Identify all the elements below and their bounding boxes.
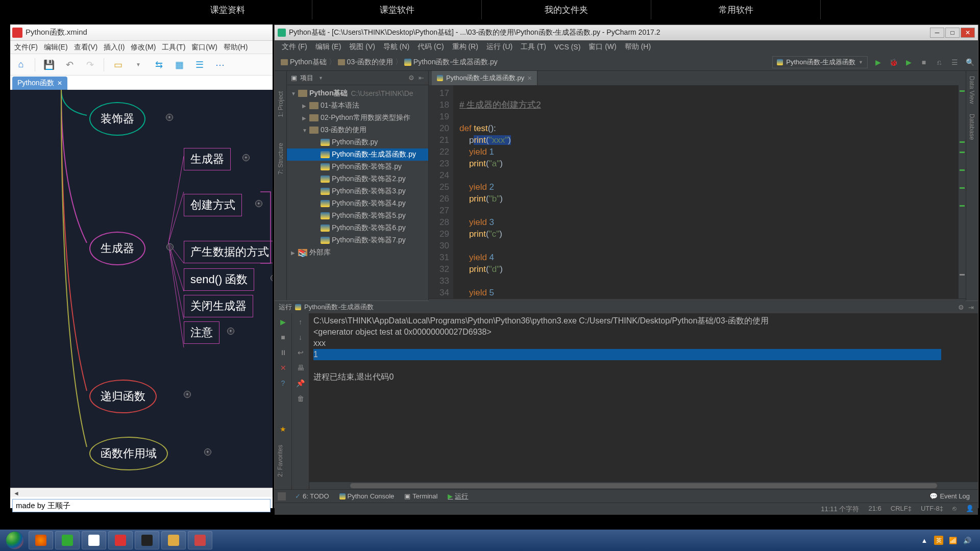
tree-file[interactable]: Python函数-装饰器7.py bbox=[287, 234, 428, 246]
undo-icon[interactable]: ↶ bbox=[63, 58, 76, 71]
status-lock-icon[interactable]: ⎋ bbox=[952, 505, 957, 514]
mind-node-produce[interactable]: 产生数据的方式 bbox=[184, 241, 273, 263]
minimap[interactable] bbox=[959, 85, 966, 298]
pc-menu-tools[interactable]: 工具 (T) bbox=[517, 42, 550, 52]
tree-file[interactable]: Python函数-装饰器.py bbox=[287, 161, 428, 173]
pause-icon[interactable]: ⏸ bbox=[278, 347, 289, 358]
stop-icon[interactable]: ■ bbox=[919, 57, 929, 67]
xmind-menu-view[interactable]: 查看(V) bbox=[71, 43, 101, 52]
task-notepad[interactable] bbox=[82, 531, 106, 549]
top-tab-common[interactable]: 常用软件 bbox=[651, 0, 821, 19]
status-col[interactable]: 21:6 bbox=[868, 505, 881, 514]
close-icon[interactable]: ✕ bbox=[527, 75, 532, 82]
start-button[interactable] bbox=[2, 530, 28, 550]
top-tab-software[interactable]: 课堂软件 bbox=[312, 0, 482, 19]
console-output[interactable]: C:\Users\THINK\AppData\Local\Programs\Py… bbox=[309, 313, 978, 482]
pc-menu-refactor[interactable]: 重构 (R) bbox=[448, 42, 482, 52]
expand-icon[interactable]: + bbox=[166, 114, 173, 121]
boundary-icon[interactable]: ▦ bbox=[173, 58, 186, 71]
pc-menu-help[interactable]: 帮助 (H) bbox=[621, 42, 655, 52]
task-other[interactable] bbox=[188, 531, 212, 549]
tree-root[interactable]: ▼ Python基础C:\Users\THINK\De bbox=[287, 87, 428, 99]
layout-icon[interactable]: ☰ bbox=[949, 57, 960, 67]
toolwindow-icon[interactable] bbox=[278, 492, 286, 500]
mind-node-recursion[interactable]: 递归函数 bbox=[89, 380, 157, 413]
mind-node-send[interactable]: send() 函数 bbox=[184, 268, 254, 291]
pc-menu-edit[interactable]: 编辑 (E) bbox=[311, 42, 346, 52]
close-icon[interactable]: ✕ bbox=[57, 80, 62, 87]
project-panel-header[interactable]: ▣ 项目 ▼ ⚙ ⇤ bbox=[287, 71, 428, 85]
xmind-footer-input[interactable] bbox=[12, 499, 271, 512]
run-panel-header[interactable]: 运行 Python函数-生成器函数 ⚙ ⇥ bbox=[275, 301, 978, 313]
favorites-tool-button[interactable]: 2: Favorites bbox=[275, 440, 286, 482]
debug-icon[interactable]: 🐞 bbox=[888, 57, 898, 67]
tree-file[interactable]: Python函数-装饰器5.py bbox=[287, 210, 428, 222]
top-tab-materials[interactable]: 课堂资料 bbox=[143, 0, 312, 19]
home-icon[interactable]: ⌂ bbox=[14, 58, 28, 71]
xmind-canvas[interactable]: 装饰器 + 生成器 + 创建方式 + 生成器 产生数据的方式 send() 函数… bbox=[10, 90, 273, 488]
collapse-icon[interactable]: ⇥ bbox=[968, 304, 974, 311]
dataview-tool-button[interactable]: Data View bbox=[966, 71, 977, 109]
up-icon[interactable]: ↑ bbox=[295, 316, 306, 328]
database-tool-button[interactable]: Database bbox=[966, 109, 977, 145]
run-tab[interactable]: ▶运行 bbox=[443, 492, 473, 501]
coverage-icon[interactable]: ▶ bbox=[903, 57, 914, 67]
status-position[interactable]: 11:11 个字符 bbox=[821, 505, 859, 514]
xmind-tab-active[interactable]: Python函数 ✕ bbox=[12, 77, 67, 90]
pc-menu-nav[interactable]: 导航 (N) bbox=[379, 42, 413, 52]
more-icon[interactable]: ⋯ bbox=[213, 58, 227, 71]
tree-file[interactable]: Python函数.py bbox=[287, 136, 428, 148]
top-tab-myfolder[interactable]: 我的文件夹 bbox=[482, 0, 651, 19]
project-tool-button[interactable]: 1: Project bbox=[277, 86, 284, 122]
pin-icon[interactable]: 📌 bbox=[295, 378, 306, 389]
softWrap-icon[interactable]: ↩ bbox=[295, 347, 306, 358]
tree-file[interactable]: Python函数-装饰器2.py bbox=[287, 173, 428, 185]
expand-icon[interactable]: + bbox=[184, 391, 191, 398]
tree-folder[interactable]: ▼03-函数的使用 bbox=[287, 124, 428, 136]
search-icon[interactable]: 🔍 bbox=[965, 57, 975, 67]
expand-icon[interactable]: + bbox=[227, 328, 234, 335]
volume-icon[interactable]: 🔊 bbox=[963, 536, 972, 545]
run-config-selector[interactable]: Python函数-生成器函数 ▼ bbox=[772, 56, 868, 68]
collapse-icon[interactable]: ⇤ bbox=[419, 74, 424, 82]
xmind-menu-help[interactable]: 帮助(H) bbox=[220, 43, 251, 52]
maximize-icon[interactable]: □ bbox=[945, 28, 960, 38]
xmind-titlebar[interactable]: Python函数.xmind bbox=[10, 24, 273, 41]
xmind-menu-file[interactable]: 文件(F) bbox=[11, 43, 41, 52]
xmind-menu-edit[interactable]: 编辑(E) bbox=[41, 43, 71, 52]
print-icon[interactable]: 🖶 bbox=[295, 362, 306, 373]
task-camtasia[interactable] bbox=[55, 531, 80, 549]
pc-menu-view[interactable]: 视图 (V) bbox=[345, 42, 379, 52]
tree-folder[interactable]: ▶02-Python常用数据类型操作 bbox=[287, 112, 428, 124]
pc-menu-vcs[interactable]: VCS (S) bbox=[550, 43, 584, 51]
code-content[interactable]: # 生成器的创建方式2 def test(): print("xxx") yie… bbox=[453, 85, 966, 298]
pc-menu-code[interactable]: 代码 (C) bbox=[413, 42, 448, 52]
summary-icon[interactable]: ☰ bbox=[193, 58, 206, 71]
link-icon[interactable]: ⇆ bbox=[152, 58, 165, 71]
rerun-icon[interactable]: ▶ bbox=[278, 316, 289, 328]
xmind-menu-insert[interactable]: 插入(I) bbox=[101, 43, 128, 52]
code-editor[interactable]: 171819202122232425262728293031323334 # 生… bbox=[429, 85, 966, 298]
xmind-menu-window[interactable]: 窗口(W) bbox=[188, 43, 220, 52]
help-icon[interactable]: ? bbox=[278, 378, 289, 389]
gear-icon[interactable]: ⚙ bbox=[408, 74, 414, 82]
expand-icon[interactable]: + bbox=[255, 200, 262, 207]
expand-icon[interactable] bbox=[166, 243, 174, 251]
tray-expand-icon[interactable]: ▲ bbox=[920, 536, 929, 545]
event-log-tab[interactable]: 💬Event Log bbox=[924, 492, 975, 500]
star-icon[interactable]: ★ bbox=[278, 423, 289, 435]
pc-menu-window[interactable]: 窗口 (W) bbox=[584, 42, 620, 52]
save-icon[interactable]: 💾 bbox=[42, 58, 56, 71]
mind-node-close[interactable]: 关闭生成器 bbox=[184, 295, 253, 317]
xmind-menu-tools[interactable]: 工具(T) bbox=[159, 43, 188, 52]
tree-file[interactable]: Python函数-装饰器3.py bbox=[287, 185, 428, 197]
mind-node-decorator[interactable]: 装饰器 bbox=[89, 102, 145, 136]
mind-node-note[interactable]: 注意 bbox=[184, 321, 219, 344]
mind-node-creation[interactable]: 创建方式 bbox=[184, 194, 242, 216]
pc-menu-file[interactable]: 文件 (F) bbox=[278, 42, 311, 52]
trash-icon[interactable]: 🗑 bbox=[295, 393, 306, 404]
breadcrumb[interactable]: Python基础 〉 03-函数的使用 〉 Python函数-生成器函数.py bbox=[278, 58, 501, 67]
xmind-scrollbar[interactable]: ◄ bbox=[10, 488, 273, 497]
console-scrollbar[interactable] bbox=[309, 482, 978, 489]
task-calc[interactable] bbox=[161, 531, 186, 549]
